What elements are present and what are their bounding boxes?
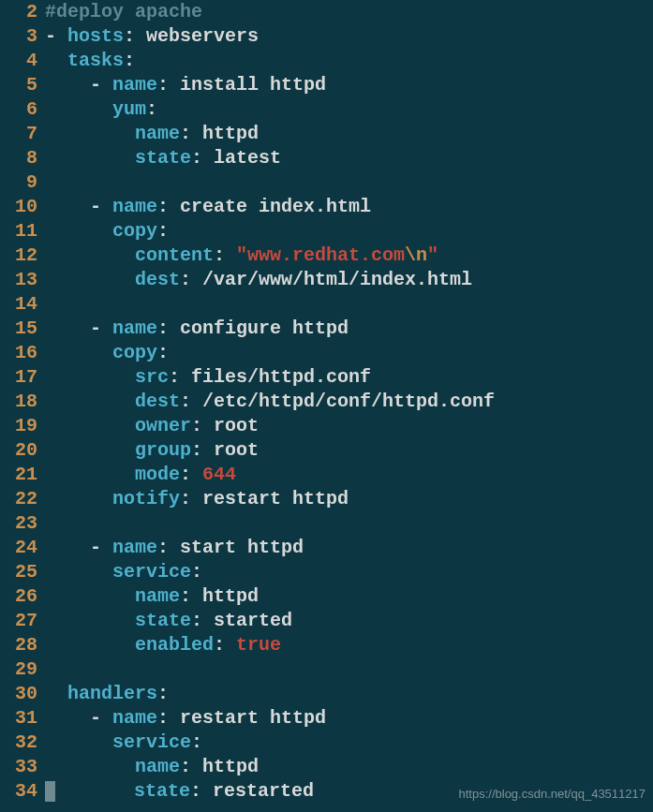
line-content[interactable]: state: restarted <box>45 779 314 804</box>
line-number: 16 <box>0 341 45 365</box>
token: handlers <box>67 683 157 704</box>
token: \n <box>405 244 427 266</box>
token: state <box>135 610 191 631</box>
token: : <box>157 683 169 704</box>
line-content[interactable]: group: root <box>45 438 259 463</box>
code-line[interactable]: 12 content: "www.redhat.com\n" <box>0 244 653 268</box>
line-number: 3 <box>0 24 45 49</box>
token: : <box>190 780 201 802</box>
code-line[interactable]: 9 <box>0 170 653 195</box>
line-content[interactable]: mode: 644 <box>45 463 236 487</box>
code-line[interactable]: 31 - name: restart httpd <box>0 706 653 731</box>
line-content[interactable]: name: httpd <box>45 122 259 146</box>
token: : <box>180 123 191 144</box>
line-content[interactable]: service: <box>45 560 202 584</box>
line-content[interactable]: yum: <box>45 97 157 122</box>
token <box>45 585 135 607</box>
code-line[interactable]: 10 - name: create index.html <box>0 195 653 219</box>
line-content[interactable]: name: httpd <box>45 584 259 609</box>
code-line[interactable]: 19 owner: root <box>0 414 653 438</box>
token: : <box>191 439 202 461</box>
code-line[interactable]: 15 - name: configure httpd <box>0 317 653 341</box>
code-line[interactable]: 29 <box>0 657 653 682</box>
line-content[interactable]: copy: <box>45 341 169 365</box>
code-line[interactable]: 21 mode: 644 <box>0 463 653 487</box>
code-line[interactable]: 33 name: httpd <box>0 755 653 779</box>
line-content[interactable]: notify: restart httpd <box>45 487 349 511</box>
line-content[interactable]: owner: root <box>45 414 259 438</box>
line-number: 17 <box>0 365 45 390</box>
line-number: 15 <box>0 317 45 341</box>
code-line[interactable]: 14 <box>0 292 653 317</box>
code-line[interactable]: 18 dest: /etc/httpd/conf/httpd.conf <box>0 390 653 414</box>
code-line[interactable]: 30 handlers: <box>0 682 653 706</box>
token <box>45 366 135 388</box>
line-content[interactable]: state: started <box>45 609 292 633</box>
token: files/httpd.conf <box>180 366 371 388</box>
token: name <box>135 756 180 777</box>
code-editor[interactable]: 2#deploy apache3- hosts: webservers4 tas… <box>0 0 653 804</box>
code-line[interactable]: 27 state: started <box>0 609 653 633</box>
code-line[interactable]: 13 dest: /var/www/html/index.html <box>0 268 653 292</box>
line-content[interactable]: enabled: true <box>45 633 281 657</box>
token: : <box>157 74 169 96</box>
token: name <box>112 74 157 96</box>
line-content[interactable]: - name: install httpd <box>45 73 326 97</box>
line-content[interactable]: - name: restart httpd <box>45 706 326 731</box>
code-line[interactable]: 17 src: files/httpd.conf <box>0 365 653 390</box>
code-line[interactable]: 22 notify: restart httpd <box>0 487 653 511</box>
line-content[interactable]: - name: start httpd <box>45 536 304 560</box>
line-content[interactable]: #deploy apache <box>45 0 202 24</box>
line-number: 31 <box>0 706 45 731</box>
line-number: 27 <box>0 609 45 633</box>
token: dest <box>135 269 180 290</box>
line-content[interactable]: handlers: <box>45 682 169 706</box>
token: name <box>112 317 157 339</box>
line-content[interactable]: dest: /etc/httpd/conf/httpd.conf <box>45 390 495 414</box>
line-content[interactable]: dest: /var/www/html/index.html <box>45 268 472 292</box>
line-content[interactable]: - name: create index.html <box>45 195 371 219</box>
line-content[interactable]: - hosts: webservers <box>45 24 259 49</box>
token <box>55 780 134 802</box>
code-line[interactable]: 16 copy: <box>0 341 653 365</box>
code-line[interactable]: 2#deploy apache <box>0 0 653 24</box>
token: name <box>135 585 180 607</box>
line-number: 2 <box>0 0 45 24</box>
token: 644 <box>202 464 236 485</box>
line-number: 34 <box>0 779 45 804</box>
token <box>45 220 112 242</box>
code-line[interactable]: 23 <box>0 511 653 536</box>
line-content[interactable]: tasks: <box>45 49 135 73</box>
line-content[interactable]: src: files/httpd.conf <box>45 365 371 390</box>
token: - <box>45 707 112 729</box>
code-line[interactable]: 8 state: latest <box>0 146 653 170</box>
code-line[interactable]: 20 group: root <box>0 438 653 463</box>
code-line[interactable]: 32 service: <box>0 731 653 755</box>
line-number: 11 <box>0 219 45 244</box>
line-number: 18 <box>0 390 45 414</box>
token: : <box>157 220 169 242</box>
code-line[interactable]: 24 - name: start httpd <box>0 536 653 560</box>
line-content[interactable]: - name: configure httpd <box>45 317 349 341</box>
code-line[interactable]: 6 yum: <box>0 97 653 122</box>
line-content[interactable]: service: <box>45 731 202 755</box>
text-cursor <box>45 781 55 802</box>
token: src <box>135 366 169 388</box>
line-content[interactable]: copy: <box>45 219 169 244</box>
line-content[interactable]: state: latest <box>45 146 281 170</box>
code-line[interactable]: 26 name: httpd <box>0 584 653 609</box>
code-line[interactable]: 11 copy: <box>0 219 653 244</box>
code-line[interactable]: 28 enabled: true <box>0 633 653 657</box>
code-line[interactable]: 4 tasks: <box>0 49 653 73</box>
token <box>45 50 67 71</box>
line-number: 19 <box>0 414 45 438</box>
code-line[interactable]: 7 name: httpd <box>0 122 653 146</box>
token: configure httpd <box>169 317 349 339</box>
code-line[interactable]: 5 - name: install httpd <box>0 73 653 97</box>
line-number: 22 <box>0 487 45 511</box>
line-content[interactable]: name: httpd <box>45 755 259 779</box>
code-line[interactable]: 25 service: <box>0 560 653 584</box>
code-line[interactable]: 3- hosts: webservers <box>0 24 653 49</box>
token <box>225 634 236 656</box>
line-content[interactable]: content: "www.redhat.com\n" <box>45 244 438 268</box>
